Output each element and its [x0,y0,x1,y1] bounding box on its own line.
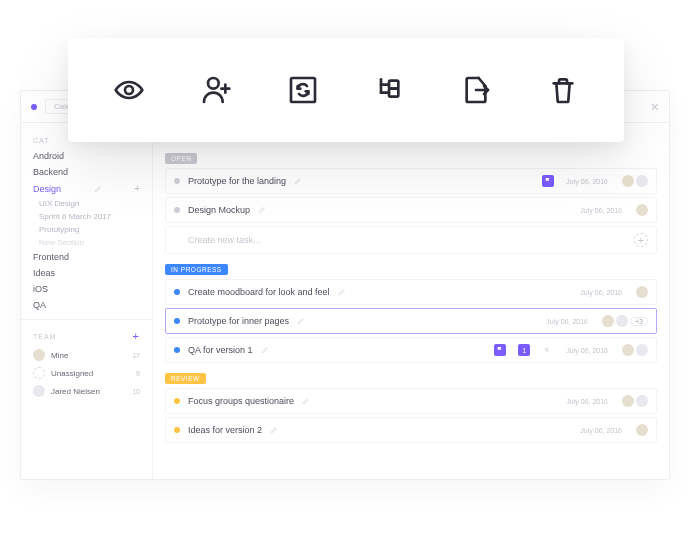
add-user-icon[interactable] [192,66,240,114]
pencil-icon [94,185,102,193]
team-count: 10 [132,388,140,395]
add-team-icon[interactable]: + [133,330,140,342]
task-row[interactable]: Prototype for inner pagesJuly 06, 2016+3 [165,308,657,334]
svg-rect-2 [291,78,315,102]
assignees[interactable] [622,395,648,407]
sidebar-subitem[interactable]: Prototyping [21,223,152,236]
expand-icon[interactable]: + [134,183,140,194]
task-title: Create moodboard for look and feel [188,287,330,297]
avatar [33,385,45,397]
pencil-icon [297,317,305,325]
status-dot-icon [174,398,180,404]
refresh-panel-icon[interactable] [279,66,327,114]
assignees[interactable]: +3 [602,315,648,327]
svg-point-1 [208,78,219,89]
close-icon[interactable]: × [651,99,659,115]
sidebar-subitem[interactable]: Sprint 6 March 2017 [21,210,152,223]
status-dot-icon [174,347,180,353]
task-main: UPDATED ⇅ ASSIGNEE OPENPrototype for the… [153,123,669,479]
sidebar-subitem[interactable]: New Section [21,236,152,249]
count-chip: 1 [518,344,530,356]
assignees[interactable] [636,424,648,436]
section-label[interactable]: IN PROGRESS [165,264,228,275]
create-task-input[interactable]: Create new task…+ [165,226,657,254]
task-title: Focus groups questionaire [188,396,294,406]
app-window: Cale × CAT AndroidBackendDesign+UIX Desi… [20,90,670,480]
avatar [636,424,648,436]
task-row[interactable]: Focus groups questionaireJuly 06, 2016 [165,388,657,414]
team-item[interactable]: Jared Nielsen10 [21,382,152,400]
sidebar-item-android[interactable]: Android [21,148,152,164]
assignees[interactable] [622,175,648,187]
status-dot-icon [174,318,180,324]
avatar [33,367,45,379]
sidebar-item-design[interactable]: Design+ [21,180,152,197]
task-row[interactable]: Create moodboard for look and feelJuly 0… [165,279,657,305]
task-date: July 06, 2016 [566,398,608,405]
task-title: Design Mockup [188,205,250,215]
task-title: Ideas for version 2 [188,425,262,435]
status-dot-icon [174,289,180,295]
avatar [33,349,45,361]
avatar [616,315,628,327]
action-popover [68,38,624,142]
trash-icon[interactable] [539,66,587,114]
export-icon[interactable] [452,66,500,114]
subtasks-icon[interactable] [365,66,413,114]
avatar [622,175,634,187]
flag-icon [542,175,554,187]
avatar [636,286,648,298]
section-label[interactable]: REVIEW [165,373,206,384]
assignees[interactable] [636,286,648,298]
avatar [636,344,648,356]
more-assignees[interactable]: +3 [630,317,648,326]
task-title: QA for version 1 [188,345,253,355]
task-date: July 06, 2016 [580,207,622,214]
task-date: July 06, 2016 [566,178,608,185]
eye-icon[interactable] [105,66,153,114]
pencil-icon [261,346,269,354]
team-name: Mine [51,351,68,360]
section-label[interactable]: OPEN [165,153,197,164]
svg-point-0 [125,86,133,94]
task-title: Prototype for the landing [188,176,286,186]
task-date: July 06, 2016 [580,427,622,434]
team-name: Unassigned [51,369,93,378]
task-row[interactable]: Ideas for version 2July 06, 2016 [165,417,657,443]
task-title: Prototype for inner pages [188,316,289,326]
subtasks-mini-icon [542,344,554,356]
task-date: July 06, 2016 [566,347,608,354]
status-dot-icon [174,207,180,213]
sidebar: CAT AndroidBackendDesign+UIX DesignSprin… [21,123,153,479]
avatar [636,175,648,187]
pencil-icon [302,397,310,405]
team-count: 17 [132,352,140,359]
avatar [602,315,614,327]
add-icon[interactable]: + [634,233,648,247]
assignees[interactable] [636,204,648,216]
brand-dot-icon [31,104,37,110]
sidebar-subitem[interactable]: UIX Design [21,197,152,210]
pencil-icon [294,177,302,185]
team-item[interactable]: Mine17 [21,346,152,364]
sidebar-item-frontend[interactable]: Frontend [21,249,152,265]
task-date: July 06, 2016 [580,289,622,296]
status-dot-icon [174,178,180,184]
avatar [636,204,648,216]
pencil-icon [338,288,346,296]
pencil-icon [258,206,266,214]
task-row[interactable]: Design MockupJuly 06, 2016 [165,197,657,223]
assignees[interactable] [622,344,648,356]
task-row[interactable]: Prototype for the landingJuly 06, 2016 [165,168,657,194]
team-item[interactable]: Unassigned9 [21,364,152,382]
team-name: Jared Nielsen [51,387,100,396]
avatar [636,395,648,407]
sidebar-item-qa[interactable]: QA [21,297,152,313]
sidebar-item-ios[interactable]: iOS [21,281,152,297]
sidebar-item-ideas[interactable]: Ideas [21,265,152,281]
avatar [622,344,634,356]
flag-icon [494,344,506,356]
sidebar-item-backend[interactable]: Backend [21,164,152,180]
svg-rect-4 [389,89,398,97]
task-row[interactable]: QA for version 11July 06, 2016 [165,337,657,363]
